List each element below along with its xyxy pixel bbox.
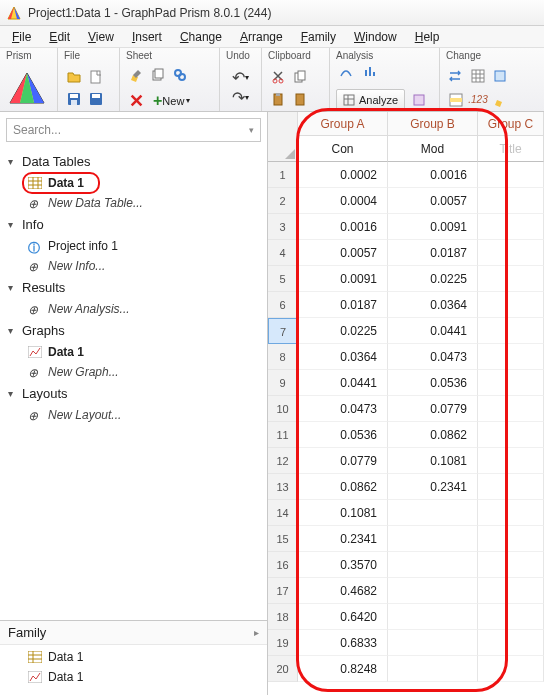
- cell[interactable]: [478, 604, 544, 630]
- cell[interactable]: 0.0016: [298, 214, 388, 240]
- analysis-extra1-button[interactable]: [409, 90, 429, 110]
- table-row[interactable]: 70.02250.0441: [268, 318, 544, 344]
- cell[interactable]: 0.0473: [298, 396, 388, 422]
- file-open-button[interactable]: [64, 67, 84, 87]
- cell[interactable]: 0.0091: [388, 214, 478, 240]
- cell[interactable]: 0.0016: [388, 162, 478, 188]
- cell[interactable]: [478, 214, 544, 240]
- cell[interactable]: [478, 630, 544, 656]
- menu-help[interactable]: Help: [407, 28, 448, 46]
- cell[interactable]: [478, 292, 544, 318]
- cell[interactable]: [388, 500, 478, 526]
- section-data-tables[interactable]: ▾Data Tables: [0, 150, 267, 173]
- analysis-fit-button[interactable]: [336, 61, 356, 81]
- row-header[interactable]: 18: [268, 604, 298, 630]
- cell[interactable]: [388, 656, 478, 682]
- cell[interactable]: [478, 188, 544, 214]
- cell[interactable]: 0.0057: [298, 240, 388, 266]
- cell[interactable]: 0.0187: [388, 240, 478, 266]
- file-save-button[interactable]: [64, 89, 84, 109]
- table-row[interactable]: 190.6833: [268, 630, 544, 656]
- col-label-c[interactable]: Title: [478, 136, 544, 162]
- cell[interactable]: 0.0225: [298, 318, 388, 344]
- change-highlight-button[interactable]: [446, 90, 466, 110]
- table-row[interactable]: 170.4682: [268, 578, 544, 604]
- menu-change[interactable]: Change: [172, 28, 230, 46]
- row-header[interactable]: 15: [268, 526, 298, 552]
- row-header[interactable]: 19: [268, 630, 298, 656]
- cell[interactable]: 0.6833: [298, 630, 388, 656]
- cell[interactable]: 0.0225: [388, 266, 478, 292]
- col-group-c[interactable]: Group C: [478, 112, 544, 136]
- sheet-new-button[interactable]: +New▾: [148, 91, 195, 111]
- grid-corner[interactable]: [268, 112, 298, 162]
- cell[interactable]: [388, 526, 478, 552]
- cut-button[interactable]: [268, 67, 288, 87]
- col-group-a[interactable]: Group A: [298, 112, 388, 136]
- row-header[interactable]: 17: [268, 578, 298, 604]
- cell[interactable]: [478, 396, 544, 422]
- cell[interactable]: 0.0536: [298, 422, 388, 448]
- nav-new-info[interactable]: ⊕New Info...: [0, 256, 267, 276]
- table-row[interactable]: 100.04730.0779: [268, 396, 544, 422]
- table-row[interactable]: 180.6420: [268, 604, 544, 630]
- table-row[interactable]: 40.00570.0187: [268, 240, 544, 266]
- table-row[interactable]: 30.00160.0091: [268, 214, 544, 240]
- section-results[interactable]: ▾Results: [0, 276, 267, 299]
- table-row[interactable]: 10.00020.0016: [268, 162, 544, 188]
- cell[interactable]: [388, 552, 478, 578]
- cell[interactable]: 0.0862: [298, 474, 388, 500]
- nav-new-analysis[interactable]: ⊕New Analysis...: [0, 299, 267, 319]
- analyze-button[interactable]: Analyze: [336, 89, 405, 111]
- nav-new-layout[interactable]: ⊕New Layout...: [0, 405, 267, 425]
- cell[interactable]: [478, 318, 544, 344]
- row-header[interactable]: 14: [268, 500, 298, 526]
- copy-button[interactable]: [290, 67, 310, 87]
- change-cell-button[interactable]: [490, 66, 510, 86]
- row-header[interactable]: 12: [268, 448, 298, 474]
- cell[interactable]: 0.0862: [388, 422, 478, 448]
- cell[interactable]: 0.4682: [298, 578, 388, 604]
- redo-button[interactable]: ↷▾: [227, 88, 255, 108]
- sheet-link-button[interactable]: [170, 65, 190, 85]
- nav-new-graph[interactable]: ⊕New Graph...: [0, 362, 267, 382]
- row-header[interactable]: 6: [268, 292, 298, 318]
- cell[interactable]: 0.3570: [298, 552, 388, 578]
- table-row[interactable]: 50.00910.0225: [268, 266, 544, 292]
- row-header[interactable]: 7: [268, 318, 298, 344]
- cell[interactable]: 0.0364: [388, 292, 478, 318]
- cell[interactable]: 0.0091: [298, 266, 388, 292]
- table-row[interactable]: 80.03640.0473: [268, 344, 544, 370]
- nav-data1[interactable]: Data 1: [0, 173, 267, 193]
- cell[interactable]: [478, 162, 544, 188]
- menu-file[interactable]: File: [4, 28, 39, 46]
- section-graphs[interactable]: ▾Graphs: [0, 319, 267, 342]
- cell[interactable]: 0.2341: [298, 526, 388, 552]
- cell[interactable]: [478, 422, 544, 448]
- cell[interactable]: 0.0536: [388, 370, 478, 396]
- change-decimal-button[interactable]: .123: [468, 90, 488, 110]
- row-header[interactable]: 11: [268, 422, 298, 448]
- menu-arrange[interactable]: Arrange: [232, 28, 291, 46]
- cell[interactable]: 0.0441: [388, 318, 478, 344]
- cell[interactable]: 0.0779: [298, 448, 388, 474]
- nav-new-data-table[interactable]: ⊕New Data Table...: [0, 193, 267, 213]
- cell[interactable]: [478, 448, 544, 474]
- cell[interactable]: [478, 370, 544, 396]
- menu-insert[interactable]: Insert: [124, 28, 170, 46]
- paste-button[interactable]: [268, 89, 288, 109]
- cell[interactable]: 0.1081: [298, 500, 388, 526]
- cell[interactable]: 0.1081: [388, 448, 478, 474]
- table-row[interactable]: 60.01870.0364: [268, 292, 544, 318]
- table-row[interactable]: 110.05360.0862: [268, 422, 544, 448]
- table-row[interactable]: 200.8248: [268, 656, 544, 682]
- family-header[interactable]: Family▸: [0, 620, 267, 645]
- col-label-b[interactable]: Mod: [388, 136, 478, 162]
- row-header[interactable]: 5: [268, 266, 298, 292]
- cell[interactable]: 0.0441: [298, 370, 388, 396]
- cell[interactable]: 0.0187: [298, 292, 388, 318]
- cell[interactable]: [478, 500, 544, 526]
- row-header[interactable]: 10: [268, 396, 298, 422]
- change-swap-button[interactable]: [446, 66, 466, 86]
- cell[interactable]: [478, 240, 544, 266]
